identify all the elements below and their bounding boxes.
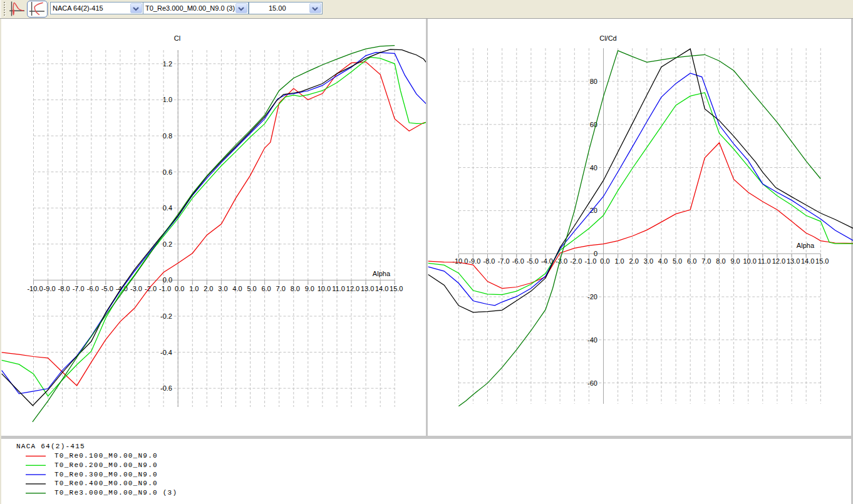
svg-text:Alpha: Alpha (797, 242, 815, 249)
svg-text:Cl: Cl (174, 34, 180, 42)
svg-text:0: 0 (594, 250, 597, 257)
svg-text:-5.0: -5.0 (101, 285, 113, 292)
svg-text:40: 40 (590, 164, 597, 172)
svg-text:15.0: 15.0 (815, 257, 829, 265)
svg-text:-3.0: -3.0 (556, 257, 567, 265)
svg-text:0.2: 0.2 (163, 240, 172, 248)
svg-text:11.0: 11.0 (332, 285, 345, 292)
svg-text:3.0: 3.0 (644, 257, 653, 265)
svg-text:8.0: 8.0 (291, 285, 300, 292)
svg-text:1.2: 1.2 (163, 60, 172, 68)
svg-text:-2.0: -2.0 (570, 257, 582, 265)
svg-text:-0.2: -0.2 (160, 312, 172, 320)
svg-text:0.0: 0.0 (163, 276, 172, 284)
svg-text:3.0: 3.0 (218, 285, 227, 292)
svg-text:7.0: 7.0 (701, 257, 711, 265)
svg-text:-8.0: -8.0 (58, 285, 70, 292)
svg-text:-20: -20 (587, 293, 597, 301)
svg-text:-40: -40 (587, 336, 597, 344)
svg-text:0.0: 0.0 (175, 285, 184, 292)
svg-text:1.0: 1.0 (163, 96, 172, 103)
svg-text:2.0: 2.0 (204, 285, 213, 292)
svg-text:10.0: 10.0 (743, 257, 756, 265)
svg-text:13.0: 13.0 (787, 257, 800, 265)
svg-text:-8.0: -8.0 (483, 257, 495, 265)
svg-text:0.8: 0.8 (163, 132, 172, 140)
svg-text:10.0: 10.0 (318, 285, 331, 292)
svg-text:-5.0: -5.0 (527, 257, 539, 265)
svg-text:-3.0: -3.0 (130, 285, 142, 292)
svg-text:4.0: 4.0 (232, 285, 242, 292)
svg-text:-9.0: -9.0 (468, 257, 480, 265)
svg-text:80: 80 (590, 78, 597, 85)
svg-text:-60: -60 (587, 379, 597, 387)
svg-text:0.6: 0.6 (163, 168, 172, 176)
svg-text:4.0: 4.0 (658, 257, 668, 265)
svg-text:-0.4: -0.4 (160, 349, 172, 356)
svg-text:-1.0: -1.0 (159, 285, 171, 292)
svg-text:13.0: 13.0 (361, 285, 374, 292)
svg-text:8.0: 8.0 (716, 257, 725, 265)
svg-text:-0.6: -0.6 (160, 384, 172, 392)
svg-text:-10.0: -10.0 (27, 285, 43, 292)
svg-text:-7.0: -7.0 (498, 257, 510, 265)
svg-text:12.0: 12.0 (772, 257, 785, 265)
svg-text:6.0: 6.0 (687, 257, 696, 265)
svg-text:0.4: 0.4 (163, 204, 172, 212)
svg-text:-6.0: -6.0 (87, 285, 99, 292)
svg-text:11.0: 11.0 (758, 257, 771, 265)
svg-text:5.0: 5.0 (673, 257, 682, 265)
svg-text:-1.0: -1.0 (584, 257, 596, 265)
svg-text:Alpha: Alpha (373, 270, 391, 277)
svg-text:-9.0: -9.0 (44, 285, 56, 292)
svg-text:9.0: 9.0 (730, 257, 740, 265)
svg-text:14.0: 14.0 (801, 257, 814, 265)
svg-text:6.0: 6.0 (261, 285, 271, 292)
svg-text:-7.0: -7.0 (73, 285, 85, 292)
svg-text:5.0: 5.0 (247, 285, 256, 292)
svg-text:15.0: 15.0 (390, 285, 403, 292)
svg-text:7.0: 7.0 (276, 285, 286, 292)
svg-text:9.0: 9.0 (305, 285, 314, 292)
svg-text:14.0: 14.0 (375, 285, 388, 292)
svg-text:12.0: 12.0 (346, 285, 359, 292)
svg-text:2.0: 2.0 (629, 257, 639, 265)
svg-text:1.0: 1.0 (614, 257, 624, 265)
svg-text:0.0: 0.0 (600, 257, 609, 265)
svg-text:-6.0: -6.0 (512, 257, 524, 265)
svg-text:Cl/Cd: Cl/Cd (599, 34, 617, 42)
svg-text:1.0: 1.0 (189, 285, 199, 292)
